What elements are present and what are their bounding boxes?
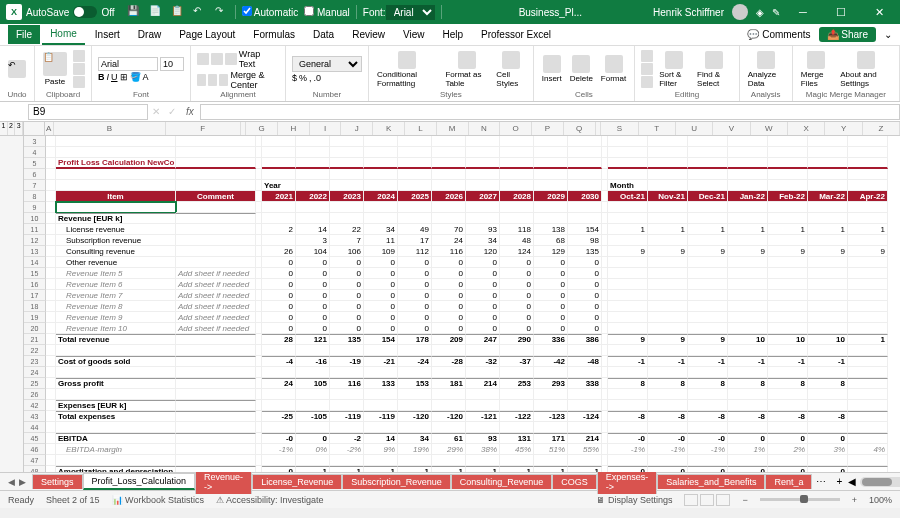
row-header[interactable]: 6 <box>24 169 46 180</box>
cell[interactable] <box>534 455 568 466</box>
save-icon[interactable]: 💾 <box>127 5 141 19</box>
cell[interactable]: 0 <box>534 268 568 279</box>
column-headers[interactable]: A B F G H I J K L M N O P Q S T U V W X … <box>24 122 900 136</box>
autosave-toggle[interactable]: AutoSave Off <box>26 6 115 18</box>
share-button[interactable]: 📤 Share <box>819 27 876 42</box>
row-header[interactable]: 43 <box>24 411 46 422</box>
cell[interactable] <box>848 213 888 224</box>
sheet-tab-settings[interactable]: Settings <box>32 474 83 489</box>
cell[interactable] <box>568 400 602 411</box>
sheet-tab-revenue[interactable]: Revenue--> <box>195 469 252 494</box>
cell[interactable] <box>330 345 364 356</box>
cell[interactable]: -120 <box>398 411 432 422</box>
format-painter-icon[interactable] <box>73 76 85 88</box>
cell[interactable] <box>648 367 688 378</box>
cell[interactable]: 0 <box>728 433 768 444</box>
cell[interactable]: 34 <box>398 433 432 444</box>
cell[interactable] <box>808 389 848 400</box>
cell[interactable] <box>466 202 500 213</box>
cell[interactable] <box>262 345 296 356</box>
cell[interactable] <box>688 147 728 158</box>
cell[interactable]: 0 <box>398 257 432 268</box>
tab-page-layout[interactable]: Page Layout <box>171 25 243 44</box>
cell[interactable] <box>296 213 330 224</box>
cell[interactable]: 4% <box>848 444 888 455</box>
cell[interactable] <box>848 411 888 422</box>
cell[interactable]: -122 <box>500 411 534 422</box>
cell[interactable]: 0 <box>296 301 330 312</box>
manual-checkbox[interactable]: Manual <box>304 6 350 18</box>
cell[interactable] <box>364 180 398 191</box>
row-header[interactable]: 7 <box>24 180 46 191</box>
conditional-formatting-button[interactable]: Conditional Formatting <box>375 49 439 90</box>
cell[interactable]: 0 <box>466 257 500 268</box>
cell[interactable] <box>432 345 466 356</box>
cell[interactable] <box>398 422 432 433</box>
cell[interactable]: -119 <box>364 411 398 422</box>
cell[interactable]: -1 <box>500 466 534 472</box>
tab-draw[interactable]: Draw <box>130 25 169 44</box>
cell[interactable] <box>500 389 534 400</box>
comments-button[interactable]: 💬 Comments <box>741 27 816 42</box>
cell[interactable] <box>262 389 296 400</box>
underline-button[interactable]: U <box>111 72 118 82</box>
cell[interactable]: 1 <box>648 224 688 235</box>
new-sheet-button[interactable]: + <box>830 476 848 487</box>
cell[interactable]: 3% <box>808 444 848 455</box>
sheet-nav-more-icon[interactable]: ⋯ <box>812 476 830 487</box>
cell[interactable] <box>728 257 768 268</box>
cell[interactable] <box>364 422 398 433</box>
cell[interactable]: 9 <box>688 334 728 345</box>
cell[interactable]: 0 <box>500 323 534 334</box>
cell[interactable] <box>768 323 808 334</box>
row-header[interactable]: 48 <box>24 466 46 472</box>
cell[interactable] <box>568 389 602 400</box>
tab-formulas[interactable]: Formulas <box>245 25 303 44</box>
row-header[interactable]: 3 <box>24 136 46 147</box>
cell[interactable]: -1 <box>296 466 330 472</box>
cell[interactable] <box>534 180 568 191</box>
name-box[interactable] <box>28 104 148 120</box>
cell[interactable]: 10 <box>808 334 848 345</box>
cell[interactable] <box>848 257 888 268</box>
cell[interactable] <box>768 147 808 158</box>
merge-center-button[interactable]: Merge & Center <box>230 70 278 90</box>
cell[interactable] <box>728 301 768 312</box>
cell[interactable] <box>688 169 728 180</box>
cell[interactable]: 24 <box>262 378 296 389</box>
cell[interactable] <box>398 180 432 191</box>
cell[interactable] <box>330 400 364 411</box>
cell[interactable] <box>728 312 768 323</box>
sheet-tab-cogs[interactable]: COGS <box>552 474 597 489</box>
cell[interactable] <box>768 136 808 147</box>
cell[interactable]: 0 <box>330 301 364 312</box>
cell[interactable] <box>398 345 432 356</box>
titlebar-font-select[interactable]: Arial <box>386 5 435 20</box>
cell[interactable]: 0 <box>262 312 296 323</box>
cell[interactable]: -1 <box>688 356 728 367</box>
cell[interactable]: 338 <box>568 378 602 389</box>
cell[interactable] <box>768 279 808 290</box>
cell[interactable]: 0 <box>262 268 296 279</box>
cell[interactable] <box>768 455 808 466</box>
cell[interactable] <box>466 389 500 400</box>
cell[interactable]: -1 <box>364 466 398 472</box>
row-header[interactable]: 8 <box>24 191 46 202</box>
cell[interactable] <box>398 213 432 224</box>
cell[interactable] <box>608 268 648 279</box>
cell[interactable]: -1 <box>330 466 364 472</box>
cell[interactable]: 1 <box>848 224 888 235</box>
cell[interactable]: 2% <box>768 444 808 455</box>
cell[interactable]: -1 <box>398 466 432 472</box>
cell[interactable] <box>648 455 688 466</box>
cell[interactable] <box>534 422 568 433</box>
cell[interactable] <box>848 279 888 290</box>
about-settings-button[interactable]: About and Settings <box>838 49 893 90</box>
cell[interactable]: 138 <box>534 224 568 235</box>
cell[interactable]: 0% <box>296 444 330 455</box>
cell[interactable]: 0 <box>296 290 330 301</box>
cell[interactable]: -1% <box>608 444 648 455</box>
cell[interactable] <box>262 169 296 180</box>
cell[interactable]: 0 <box>296 279 330 290</box>
cell[interactable]: -0 <box>688 433 728 444</box>
